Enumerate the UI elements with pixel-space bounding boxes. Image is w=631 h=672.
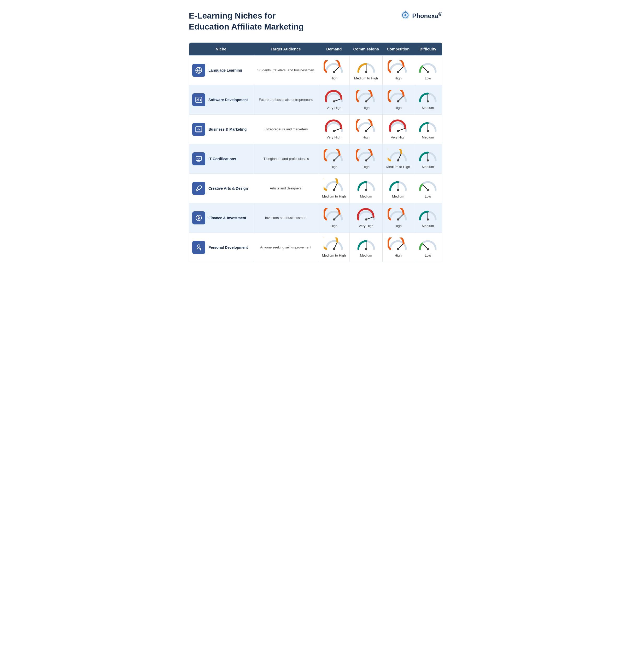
competition-label: High [395,254,402,257]
phonexa-logo-icon [401,10,410,20]
niche-name: Finance & Investment [209,216,246,220]
table-row: Personal Development Anyone seeking self… [189,233,442,262]
niche-cell: Software Development [189,85,253,115]
niche-name: Business & Marketing [209,127,246,132]
niche-icon-box [192,241,205,254]
niche-icon-box [192,182,205,195]
niche-cell: Personal Development [189,233,253,262]
svg-point-23 [427,100,429,102]
niche-icon-box [192,211,205,224]
svg-point-19 [365,100,367,102]
competition-gauge: High [386,208,411,228]
demand-label: Medium to High [322,254,346,257]
table-row: Business & Marketing Entrepreneurs and m… [189,115,442,144]
niche-name: IT Certifications [209,157,236,161]
difficulty-label: Low [425,194,431,198]
demand-label: Medium to High [322,194,346,198]
svg-point-59 [397,218,399,220]
difficulty-cell: Low [414,174,442,203]
difficulty-cell: Low [414,233,442,262]
demand-label: Very High [327,106,341,110]
competition-gauge: Medium [386,178,411,198]
audience-cell: IT beginners and professionals [253,144,318,174]
competition-gauge: High [386,90,411,110]
niche-icon-box [192,93,205,106]
svg-point-9 [365,71,367,73]
table-body: Language Learning Students, travelers, a… [189,56,442,262]
difficulty-gauge: Low [417,238,439,257]
audience-cell: Students, travelers, and businessmen [253,56,318,85]
difficulty-label: Medium [422,106,434,110]
svg-point-52 [427,189,429,191]
page-header: E-Learning Niches forEducation Affiliate… [189,10,442,32]
competition-cell: Medium to High [383,144,414,174]
svg-point-61 [427,218,429,220]
demand-gauge: High [321,61,346,80]
niche-cell: IT Certifications [189,144,253,174]
difficulty-label: Medium [422,224,434,228]
svg-point-48 [365,189,367,191]
page-title: E-Learning Niches forEducation Affiliate… [189,10,304,32]
competition-gauge: High [386,238,411,257]
difficulty-cell: Medium [414,85,442,115]
svg-point-44 [427,159,429,162]
commissions-gauge: High [353,149,379,169]
commissions-label: Very High [359,224,373,228]
niches-table: NicheTarget AudienceDemandCommissionsCom… [189,43,442,262]
audience-text: Entrepreneurs and marketers [264,127,308,131]
header-cell: Competition [383,43,414,56]
commissions-gauge: Medium to High [353,61,379,80]
svg-point-68 [397,248,399,250]
difficulty-label: Medium [422,135,434,139]
svg-point-21 [397,100,399,102]
svg-point-64 [333,248,335,250]
demand-gauge: Medium to High [321,178,346,198]
logo: Phonexa® [401,10,442,20]
svg-point-13 [427,71,429,73]
header-cell: Demand [318,43,350,56]
svg-rect-34 [196,157,202,161]
commissions-cell: Very High [350,203,383,233]
difficulty-gauge: Medium [417,149,439,169]
table-row: Creative Arts & Design Artists and desig… [189,174,442,203]
commissions-cell: Medium [350,233,383,262]
competition-cell: Medium [383,174,414,203]
commissions-label: Medium [360,194,372,198]
demand-gauge: High [321,149,346,169]
header-cell: Target Audience [253,43,318,56]
commissions-gauge: Medium [353,178,379,198]
svg-point-2 [405,14,406,16]
competition-label: High [395,106,402,110]
audience-cell: Investors and businessmen [253,203,318,233]
niche-cell: Language Learning [189,56,253,85]
demand-cell: Medium to High [318,233,350,262]
difficulty-cell: Medium [414,115,442,144]
competition-cell: High [383,85,414,115]
audience-cell: Artists and designers [253,174,318,203]
demand-label: High [331,224,337,228]
svg-point-62 [197,245,200,247]
logo-text: Phonexa® [412,11,442,20]
audience-cell: Anyone seeking self-improvement [253,233,318,262]
niche-icon-box [192,64,205,77]
svg-point-66 [365,248,367,250]
commissions-cell: High [350,115,383,144]
audience-text: Anyone seeking self-improvement [260,245,311,249]
competition-cell: High [383,56,414,85]
header-cell: Difficulty [414,43,442,56]
competition-cell: High [383,203,414,233]
table-row: IT Certifications IT beginners and profe… [189,144,442,174]
demand-cell: High [318,203,350,233]
svg-rect-24 [196,127,202,132]
svg-point-70 [427,248,429,250]
svg-point-55 [333,218,335,220]
logo-reg: ® [438,11,442,17]
competition-cell: Very High [383,115,414,144]
competition-label: High [395,76,402,80]
demand-label: High [331,76,337,80]
demand-gauge: High [321,208,346,228]
commissions-label: High [363,106,369,110]
niche-name: Personal Development [209,245,248,250]
svg-point-46 [333,189,335,191]
competition-label: Medium to High [386,165,410,169]
